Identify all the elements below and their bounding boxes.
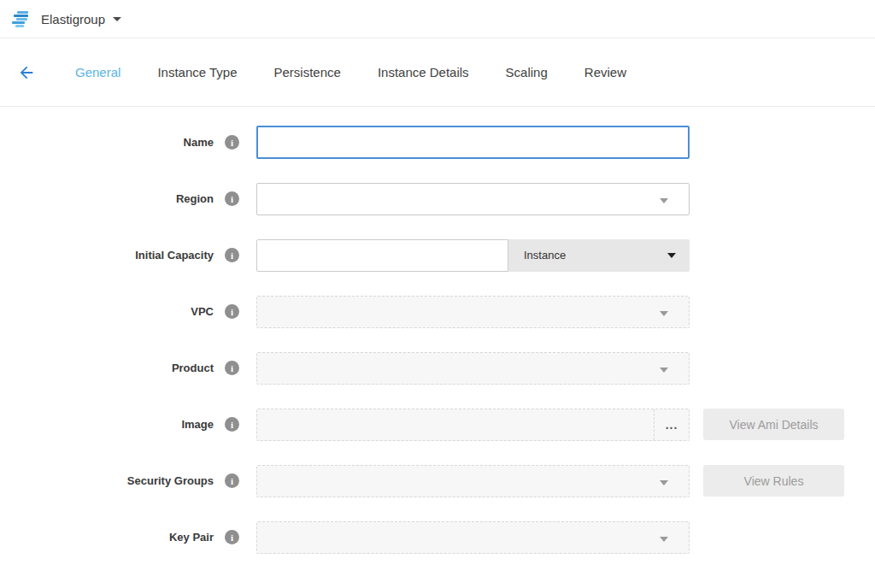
chevron-down-icon[interactable] <box>113 17 121 21</box>
key-pair-select <box>256 521 690 554</box>
elastigroup-logo-icon[interactable] <box>12 11 32 27</box>
tab-general[interactable]: General <box>75 65 120 79</box>
vpc-select <box>256 296 690 328</box>
chevron-down-icon <box>667 253 676 258</box>
region-label: Region <box>0 192 214 205</box>
tab-instance-type[interactable]: Instance Type <box>157 65 237 79</box>
key-pair-label: Key Pair <box>0 531 214 544</box>
info-icon[interactable]: i <box>225 417 239 432</box>
image-row: Image i ... View Ami Details <box>0 408 875 441</box>
capacity-unit-value: Instance <box>524 249 566 262</box>
product-label: Product <box>0 362 214 374</box>
view-ami-details-button[interactable]: View Ami Details <box>703 409 844 440</box>
chevron-down-icon <box>660 311 668 316</box>
tab-scaling[interactable]: Scaling <box>506 65 548 79</box>
product-switcher-label[interactable]: Elastigroup <box>41 12 105 26</box>
image-label: Image <box>0 418 214 431</box>
region-row: Region i <box>0 182 875 215</box>
name-label: Name <box>0 136 214 149</box>
info-icon[interactable]: i <box>225 248 239 262</box>
image-browse-button[interactable]: ... <box>654 409 689 440</box>
info-icon[interactable]: i <box>225 135 239 150</box>
chevron-down-icon <box>660 537 668 542</box>
name-input[interactable] <box>256 126 690 159</box>
chevron-down-icon <box>660 480 668 485</box>
initial-capacity-label: Initial Capacity <box>0 249 214 262</box>
wizard-tabs: General Instance Type Persistence Instan… <box>75 65 626 79</box>
info-icon[interactable]: i <box>225 361 239 375</box>
tab-persistence[interactable]: Persistence <box>274 65 341 79</box>
key-pair-row: Key Pair i <box>0 520 875 554</box>
info-icon[interactable]: i <box>225 304 239 319</box>
general-settings-form: Name i Region i Initial Capacity i Insta… <box>0 107 875 554</box>
security-groups-row: Security Groups i View Rules <box>0 464 875 497</box>
vpc-label: VPC <box>0 305 214 318</box>
image-value <box>257 409 654 440</box>
capacity-unit-select[interactable]: Instance <box>508 239 690 272</box>
security-groups-select <box>256 465 690 497</box>
chevron-down-icon <box>660 198 668 203</box>
info-icon[interactable]: i <box>225 530 239 544</box>
view-rules-button[interactable]: View Rules <box>703 465 844 497</box>
name-row: Name i <box>0 126 875 159</box>
initial-capacity-row: Initial Capacity i Instance <box>0 238 875 272</box>
image-input: ... <box>256 409 690 441</box>
region-select[interactable] <box>256 183 690 215</box>
info-icon[interactable]: i <box>225 191 239 206</box>
product-row: Product i <box>0 351 875 385</box>
top-bar: Elastigroup <box>0 0 875 38</box>
product-select <box>256 352 690 385</box>
vpc-row: VPC i <box>0 295 875 328</box>
info-icon[interactable]: i <box>225 473 239 488</box>
tab-review[interactable]: Review <box>584 65 626 79</box>
wizard-tab-bar: General Instance Type Persistence Instan… <box>0 38 875 107</box>
tab-instance-details[interactable]: Instance Details <box>378 65 469 79</box>
chevron-down-icon <box>660 368 668 373</box>
security-groups-label: Security Groups <box>0 474 214 487</box>
initial-capacity-input[interactable] <box>256 239 508 272</box>
back-arrow-icon[interactable] <box>17 63 36 82</box>
